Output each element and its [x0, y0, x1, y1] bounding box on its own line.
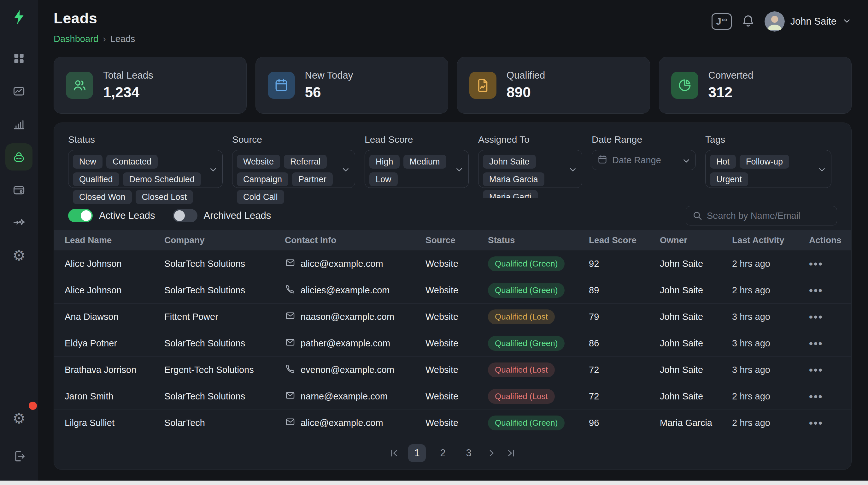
workspace-badge-icon[interactable]: J co [712, 13, 732, 30]
first-page-button[interactable] [389, 448, 400, 459]
contact-value: pather@example.com [301, 338, 390, 349]
topbar-actions: J co John Saite [712, 11, 852, 32]
filter-chip[interactable]: Closed Lost [135, 190, 193, 204]
lead-score-filter-box[interactable]: HighMediumLow [365, 150, 469, 188]
bell-icon[interactable] [741, 14, 755, 29]
source-filter-box[interactable]: WebsiteReferralCampaignPartnerCold Call [232, 150, 355, 188]
stat-card-new-today: New Today 56 [255, 57, 448, 114]
table-row[interactable]: Jaron Smith SolarTech Solutions narne@ex… [54, 383, 851, 409]
filter-chip[interactable]: Medium [403, 155, 446, 169]
automation-icon [12, 216, 26, 230]
calendar-icon [268, 72, 295, 99]
cell-lead-name: Lilgra Sulliet [65, 418, 164, 428]
chevron-down-icon[interactable] [455, 165, 464, 176]
wallet-icon [12, 183, 26, 197]
filter-chip[interactable]: Cold Call [237, 190, 284, 204]
filter-chip[interactable]: Campaign [237, 172, 288, 186]
breadcrumb-dashboard-link[interactable]: Dashboard [54, 34, 98, 44]
chevron-down-icon[interactable] [568, 165, 578, 176]
stat-value: 1,234 [103, 84, 153, 101]
table-row[interactable]: Brathava Jorrison Ergent-Tech Solutions … [54, 356, 851, 383]
filter-chip[interactable]: Partner [292, 172, 333, 186]
filter-chip[interactable]: Contacted [106, 155, 158, 169]
filter-chip[interactable]: High [369, 155, 400, 169]
status-filter-box[interactable]: NewContactedQualifiedDemo ScheduledClose… [68, 150, 223, 188]
stat-card-total-leads: Total Leads 1,234 [54, 57, 247, 114]
filter-chip[interactable]: Hot [710, 155, 736, 169]
chevron-down-icon[interactable] [209, 165, 218, 176]
sidebar-item-alerts-settings[interactable]: ⚙ [5, 405, 32, 432]
filter-chip[interactable]: Follow-up [740, 155, 789, 169]
filter-chip[interactable]: Low [369, 172, 398, 186]
stat-text: Qualified 890 [506, 70, 545, 101]
table-row[interactable]: Eldya Potner SolarTech Solutions pather@… [54, 330, 851, 356]
stat-text: New Today 56 [305, 70, 353, 101]
cell-owner: John Saite [660, 259, 732, 269]
sidebar-item-dashboard[interactable] [5, 45, 32, 72]
table-row[interactable]: Lilgra Sulliet SolarTech alice@example.c… [54, 409, 851, 436]
cell-lead-score: 86 [589, 338, 660, 349]
date-range-picker[interactable]: Date Range [592, 150, 696, 170]
sidebar-item-leads[interactable] [5, 143, 32, 171]
column-header: Actions [809, 235, 845, 245]
table-row[interactable]: Alice Johnson SolarTech Solutions alicie… [54, 277, 851, 304]
filter-group-source: Source WebsiteReferralCampaignPartnerCol… [232, 134, 355, 188]
row-actions-icon[interactable]: ••• [809, 417, 845, 429]
last-page-button[interactable] [505, 448, 517, 459]
assigned-to-filter-box[interactable]: John SaiteMaria GarciaMaria Garti [478, 150, 582, 188]
row-actions-icon[interactable]: ••• [809, 311, 845, 323]
cell-company: SolarTech Solutions [164, 259, 285, 269]
sidebar-item-logout[interactable] [5, 443, 32, 470]
search-input[interactable] [707, 210, 831, 221]
row-actions-icon[interactable]: ••• [809, 390, 845, 403]
filter-chip[interactable]: Website [237, 155, 280, 169]
filter-chip[interactable]: Maria Garcia [483, 172, 545, 186]
filter-chip[interactable]: John Saite [483, 155, 536, 169]
sidebar-item-automation[interactable] [5, 209, 32, 236]
stat-text: Total Leads 1,234 [103, 70, 153, 101]
pie-chart-icon [671, 72, 698, 99]
user-menu[interactable]: John Saite [765, 11, 852, 32]
row-actions-icon[interactable]: ••• [809, 337, 845, 349]
page-number-button[interactable]: 1 [408, 444, 426, 462]
chevron-down-icon[interactable] [682, 156, 691, 167]
table-row[interactable]: Ana Diawson Fittent Power naason@example… [54, 304, 851, 330]
page-number-button[interactable]: 2 [434, 444, 452, 462]
tags-filter-box[interactable]: HotFollow-upUrgent [705, 150, 831, 188]
cell-contact: pather@example.com [285, 337, 426, 350]
filter-chip[interactable]: Qualified [73, 172, 119, 186]
filter-chip[interactable]: Maria Garti [483, 190, 538, 198]
toggle-track-on[interactable] [68, 209, 93, 222]
stat-card-converted: Converted 312 [659, 57, 852, 114]
filter-chip[interactable]: New [73, 155, 102, 169]
cell-lead-name: Brathava Jorrison [65, 365, 164, 375]
cell-status: Qualified (Green) [488, 283, 589, 298]
cell-status: Qualified (Lost [488, 309, 589, 324]
cell-lead-score: 79 [589, 312, 660, 322]
stat-label: Qualified [506, 70, 545, 81]
sidebar-item-settings[interactable]: ⚙ [5, 242, 32, 269]
row-actions-icon[interactable]: ••• [809, 284, 845, 296]
sidebar-item-deals[interactable] [5, 176, 32, 203]
chevron-down-icon[interactable] [817, 165, 827, 176]
cell-lead-name: Eldya Potner [65, 338, 164, 349]
row-actions-icon[interactable]: ••• [809, 364, 845, 376]
chevron-down-icon[interactable] [341, 165, 350, 176]
sidebar-item-reports[interactable] [5, 111, 32, 138]
page-number-button[interactable]: 3 [460, 444, 477, 462]
contact-type-icon [285, 417, 296, 429]
filter-chip[interactable]: Referral [284, 155, 327, 169]
filter-chip[interactable]: Urgent [710, 172, 748, 186]
archived-leads-toggle[interactable]: Archived Leads [173, 209, 271, 222]
toggle-track-off[interactable] [173, 209, 197, 222]
active-leads-toggle[interactable]: Active Leads [68, 209, 155, 222]
filter-chip[interactable]: Demo Scheduled [123, 172, 201, 186]
row-actions-icon[interactable]: ••• [809, 258, 845, 270]
next-page-button[interactable] [486, 448, 497, 459]
search-box[interactable] [686, 206, 837, 225]
filter-chip[interactable]: Closed Won [73, 190, 132, 204]
sidebar-item-analytics[interactable] [5, 78, 32, 105]
last-page-icon [505, 448, 517, 459]
table-row[interactable]: Alice Johnson SolarTech Solutions alice@… [54, 250, 851, 277]
cell-contact: naason@example.com [285, 310, 426, 323]
